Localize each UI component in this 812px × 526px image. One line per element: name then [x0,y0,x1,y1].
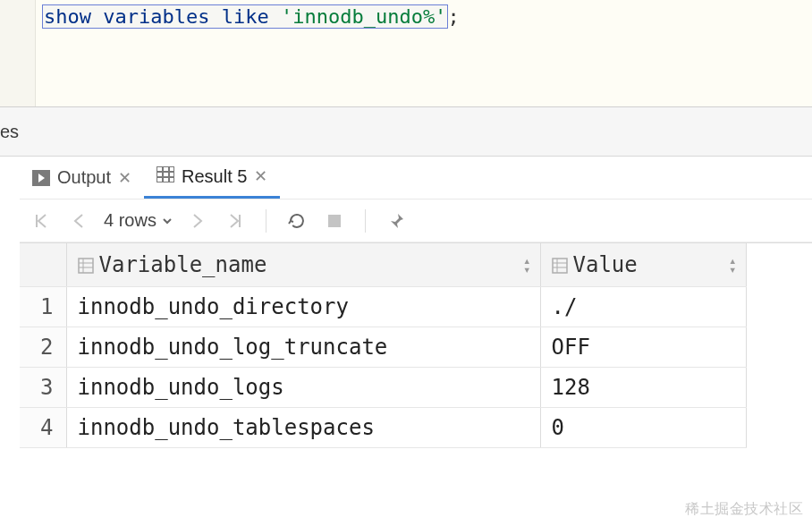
side-panel-header: es [0,107,812,157]
refresh-icon[interactable] [284,208,309,233]
truncated-label: es [0,122,19,142]
rownum-header [20,243,66,286]
stop-icon [322,208,347,233]
cell-variable-name[interactable]: innodb_undo_log_truncate [66,327,540,367]
editor-gutter [0,0,36,106]
tab-result[interactable]: Result 5 ✕ [144,157,280,199]
sql-editor[interactable]: show variables like 'innodb_undo%'; [0,0,812,107]
column-header-label: Value [573,252,638,277]
column-icon [552,252,573,277]
table-row[interactable]: 2 innodb_undo_log_truncate OFF [20,327,746,367]
rows-count-label: 4 rows [104,210,156,231]
prev-page-icon [66,208,91,233]
cell-variable-name[interactable]: innodb_undo_directory [66,286,540,327]
result-table-wrap: Variable_name ▴▾ Value ▴▾ 1 innodb_undo_… [20,242,812,448]
column-header-label: Variable_name [99,252,267,277]
sql-string: 'innodb_undo%' [281,5,446,28]
row-number: 3 [20,367,66,407]
next-page-icon [185,208,210,233]
sql-keyword: like [222,5,269,28]
separator [365,209,366,233]
table-row[interactable]: 1 innodb_undo_directory ./ [20,286,746,327]
watermark: 稀土掘金技术社区 [685,500,803,519]
column-header-variable-name[interactable]: Variable_name ▴▾ [66,243,540,286]
table-row[interactable]: 4 innodb_undo_tablespaces 0 [20,407,746,447]
rows-dropdown[interactable]: 4 rows [104,210,173,231]
output-icon [32,170,50,186]
cell-variable-name[interactable]: innodb_undo_logs [66,367,540,407]
cell-value[interactable]: 0 [540,407,746,447]
sql-line[interactable]: show variables like 'innodb_undo%'; [36,0,467,106]
separator [266,209,266,233]
svg-rect-12 [553,259,567,273]
last-page-icon [223,208,248,233]
tab-output-label: Output [57,167,111,188]
column-icon [78,252,99,277]
cell-variable-name[interactable]: innodb_undo_tablespaces [66,407,540,447]
tab-output[interactable]: Output ✕ [20,157,144,199]
close-icon[interactable]: ✕ [254,166,267,186]
cell-value[interactable]: 128 [540,367,746,407]
pin-icon[interactable] [384,208,409,233]
sql-keyword: variables [103,5,209,28]
chevron-down-icon [162,210,173,231]
table-row[interactable]: 3 innodb_undo_logs 128 [20,367,746,407]
svg-rect-8 [79,259,93,273]
svg-rect-7 [328,215,341,227]
tab-result-label: Result 5 [182,166,247,187]
result-table: Variable_name ▴▾ Value ▴▾ 1 innodb_undo_… [20,243,747,448]
cell-value[interactable]: OFF [540,327,746,367]
grid-icon [156,166,174,187]
first-page-icon [29,208,54,233]
row-number: 2 [20,327,66,367]
result-tabs: Output ✕ Result 5 ✕ [20,157,812,199]
sort-indicator-icon[interactable]: ▴▾ [729,256,736,274]
svg-rect-2 [156,166,174,182]
sql-semicolon: ; [447,5,459,28]
row-number: 1 [20,286,66,327]
results-panel: Output ✕ Result 5 ✕ 4 rows [0,157,812,448]
close-icon[interactable]: ✕ [118,168,131,188]
column-header-value[interactable]: Value ▴▾ [540,243,746,286]
result-toolbar: 4 rows [20,199,812,242]
row-number: 4 [20,407,66,447]
cell-value[interactable]: ./ [540,286,746,327]
sql-keyword: show [44,5,91,28]
sort-indicator-icon[interactable]: ▴▾ [523,256,530,274]
